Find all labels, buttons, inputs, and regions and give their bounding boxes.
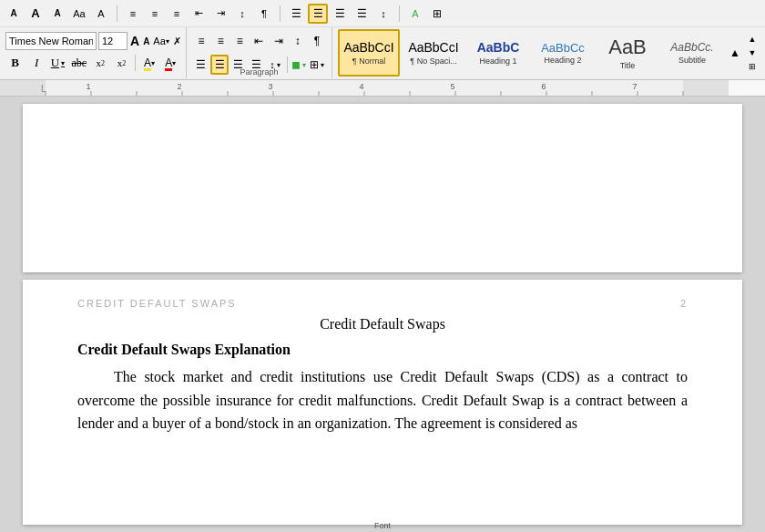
styles-scroll-up[interactable]: ▲ xyxy=(728,43,742,63)
dec-indent-btn[interactable]: ⇤ xyxy=(250,31,268,51)
change-case-icon[interactable]: Aa xyxy=(69,4,89,24)
page-title: Credit Default Swaps xyxy=(77,316,688,332)
style-title-preview: AaB xyxy=(608,36,647,59)
style-no-spacing[interactable]: AaBbCcI ¶ No Spaci... xyxy=(403,29,464,77)
font-section-label: Font xyxy=(0,521,765,530)
font-section: A A Aa▾ ✗ B I U▾ abc x2 x2 A ▾ A ▾ xyxy=(0,27,187,78)
clear-formatting-btn[interactable]: ✗ xyxy=(172,31,182,51)
style-no-spacing-label: ¶ No Spaci... xyxy=(410,56,456,66)
style-heading2-label: Heading 2 xyxy=(544,56,581,65)
clear-format-icon[interactable]: A xyxy=(91,4,111,24)
style-subtitle-label: Subtitle xyxy=(678,56,706,65)
align-left-icon[interactable]: ☰ xyxy=(286,4,306,24)
align-center-icon[interactable]: ☰ xyxy=(308,4,328,24)
font-size-up-icon[interactable]: A xyxy=(4,4,24,24)
strikethrough-btn[interactable]: abc xyxy=(69,53,88,73)
sort-para-btn[interactable]: ↕ xyxy=(289,31,307,51)
svg-text:3: 3 xyxy=(268,82,272,91)
subscript-btn[interactable]: x2 xyxy=(91,53,110,73)
bullets-btn[interactable]: ≡ xyxy=(192,31,210,51)
sort-icon[interactable]: ↕ xyxy=(232,4,252,24)
svg-rect-1 xyxy=(0,80,46,97)
header-right: 2 xyxy=(680,298,688,309)
page-2[interactable]: CREDIT DEFAULT SWAPS 2 Credit Default Sw… xyxy=(23,280,742,525)
increase-indent-icon[interactable]: ⇥ xyxy=(210,4,230,24)
styles-down-btn[interactable]: ▼ xyxy=(745,46,760,59)
bold-btn[interactable]: B xyxy=(5,53,25,73)
decrease-indent-icon[interactable]: ⇤ xyxy=(189,4,209,24)
inc-indent-btn[interactable]: ⇥ xyxy=(270,31,288,51)
styles-section: AaBbCcI ¶ Normal AaBbCcI ¶ No Spaci... A… xyxy=(332,27,765,78)
italic-btn[interactable]: I xyxy=(26,53,46,73)
divider2 xyxy=(280,5,280,22)
header-left: CREDIT DEFAULT SWAPS xyxy=(77,298,237,309)
style-normal[interactable]: AaBbCcI ¶ Normal xyxy=(338,29,400,77)
font-divider xyxy=(135,55,136,71)
doc-area: CREDIT DEFAULT SWAPS 2 Credit Default Sw… xyxy=(0,97,765,532)
multilevel-list-icon[interactable]: ≡ xyxy=(167,4,187,24)
show-para-marks-btn[interactable]: ¶ xyxy=(308,31,326,51)
superscript-btn[interactable]: x2 xyxy=(112,53,131,73)
style-subtitle[interactable]: AaBbCc. Subtitle xyxy=(661,29,723,77)
shading-icon[interactable]: A xyxy=(405,4,425,24)
svg-rect-2 xyxy=(683,80,729,97)
show-para-icon[interactable]: ¶ xyxy=(254,4,274,24)
divider1 xyxy=(117,5,117,22)
font-grow-icon[interactable]: A xyxy=(26,4,46,24)
bullets-icon[interactable]: ≡ xyxy=(123,4,143,24)
style-heading1-preview: AaBbC xyxy=(477,40,520,56)
outline-list-btn[interactable]: ≡ xyxy=(230,31,249,51)
style-normal-preview: AaBbCcI xyxy=(343,40,393,56)
body-paragraph-1[interactable]: The stock market and credit institutions… xyxy=(77,365,688,435)
style-subtitle-preview: AaBbCc. xyxy=(670,41,713,54)
svg-text:L: L xyxy=(41,84,46,94)
svg-text:4: 4 xyxy=(359,82,363,91)
font-size-dec-icon[interactable]: A xyxy=(142,31,150,51)
ruler: 1 2 3 4 5 6 7 L xyxy=(0,80,765,97)
style-heading1[interactable]: AaBbC Heading 1 xyxy=(467,29,529,77)
styles-up-btn[interactable]: ▲ xyxy=(745,33,760,46)
style-heading2[interactable]: AaBbCc Heading 2 xyxy=(532,29,594,77)
font-shrink-icon[interactable]: A xyxy=(47,4,67,24)
styles-arrows: ▲ ▼ ⊞ xyxy=(745,33,760,73)
styles-expand-btn[interactable]: ⊞ xyxy=(745,60,760,73)
font-size-input[interactable] xyxy=(98,32,128,50)
style-heading2-preview: AaBbCc xyxy=(541,41,585,56)
font-color-btn[interactable]: A ▾ xyxy=(161,53,180,73)
borders-icon[interactable]: ⊞ xyxy=(427,4,447,24)
page-header: CREDIT DEFAULT SWAPS 2 xyxy=(77,298,688,309)
svg-text:5: 5 xyxy=(450,82,454,91)
underline-btn[interactable]: U▾ xyxy=(48,53,67,73)
style-heading1-label: Heading 1 xyxy=(479,56,516,66)
svg-text:1: 1 xyxy=(86,82,90,91)
para-section-label: Paragraph xyxy=(187,67,332,77)
line-spacing-icon[interactable]: ↕ xyxy=(373,4,393,24)
align-right-icon[interactable]: ☰ xyxy=(330,4,350,24)
font-name-input[interactable] xyxy=(5,32,97,50)
page-1 xyxy=(23,104,742,272)
numbering-icon[interactable]: ≡ xyxy=(145,4,165,24)
section-heading: Credit Default Swaps Explanation xyxy=(77,342,688,358)
para-section: ≡ ≡ ≡ ⇤ ⇥ ↕ ¶ ☰ ☰ ☰ ☰ ↕▾ ◼▾ ⊞▾ Paragraph xyxy=(187,27,332,78)
style-title[interactable]: AaB Title xyxy=(597,29,658,77)
toolbar-row1: A A A Aa A ≡ ≡ ≡ ⇤ ⇥ ↕ ¶ ☰ ☰ ☰ ☰ ↕ A ⊞ xyxy=(0,0,765,27)
font-row2: B I U▾ abc x2 x2 A ▾ A ▾ xyxy=(5,53,180,73)
font-row1: A A Aa▾ ✗ xyxy=(5,31,180,51)
style-normal-label: ¶ Normal xyxy=(352,56,385,66)
highlight-color-btn[interactable]: A ▾ xyxy=(139,53,158,73)
ruler-svg: 1 2 3 4 5 6 7 L xyxy=(0,80,729,97)
numbering-btn[interactable]: ≡ xyxy=(211,31,230,51)
justify-icon[interactable]: ☰ xyxy=(352,4,372,24)
svg-text:2: 2 xyxy=(177,82,181,91)
divider3 xyxy=(399,5,400,22)
toolbar-row2: A A Aa▾ ✗ B I U▾ abc x2 x2 A ▾ A ▾ xyxy=(0,27,765,78)
style-no-spacing-preview: AaBbCcI xyxy=(408,40,458,56)
font-size-inc-icon[interactable]: A xyxy=(129,31,140,51)
svg-text:6: 6 xyxy=(541,82,546,91)
svg-text:7: 7 xyxy=(632,82,637,91)
style-title-label: Title xyxy=(620,61,636,70)
change-case-btn[interactable]: Aa▾ xyxy=(152,31,169,51)
